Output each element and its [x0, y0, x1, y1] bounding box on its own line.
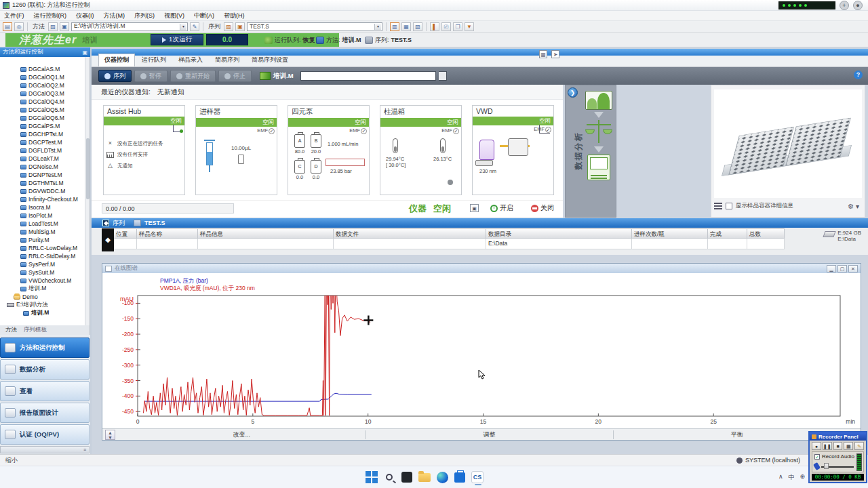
instrument-tab-0[interactable]: 仪器控制 — [98, 54, 135, 66]
reload-button[interactable]: ◎ — [14, 22, 24, 31]
sample-info-button[interactable]: ▦ — [401, 22, 411, 31]
method-tree-item[interactable]: DGTHMTst.M — [0, 179, 90, 187]
system-diagram-button[interactable]: ▤ — [3, 22, 12, 31]
zoom-out-label[interactable]: 缩小 — [5, 456, 18, 465]
nav-report-layout[interactable]: 报告版面设计 — [0, 403, 90, 423]
tree-scrollbar-thumb[interactable] — [86, 138, 90, 199]
method-tree-item[interactable]: DGNoise.M — [0, 163, 90, 171]
help-button[interactable]: ? — [854, 70, 863, 79]
save-method-button[interactable]: ▣ — [60, 22, 69, 31]
maximize-icon[interactable]: ▢ — [837, 265, 847, 272]
open-sequence-button[interactable]: ▨ — [224, 22, 233, 31]
microsoft-store-icon[interactable] — [453, 470, 467, 484]
method-tree-item[interactable]: IsoPlot.M — [0, 211, 90, 220]
pin-icon[interactable]: ▣ — [82, 49, 87, 56]
column-header[interactable]: 数据文件 — [334, 228, 486, 239]
tree-scrollbar[interactable] — [85, 57, 90, 325]
method-tree-item[interactable]: DGCalOQ3.M — [0, 89, 90, 98]
method-tree-item[interactable]: RRLC-StdDelay.M — [0, 252, 90, 260]
column-header[interactable]: 样品信息 — [198, 228, 334, 239]
menu-item[interactable]: 文件(F) — [4, 12, 24, 20]
menu-item[interactable]: 序列(S) — [134, 12, 155, 20]
collapse-chevron-icon[interactable]: ❯ — [568, 87, 578, 98]
stop-button[interactable]: 停止 — [218, 70, 252, 82]
instrument-off-button[interactable]: 关闭 — [531, 203, 554, 213]
column-header[interactable]: 进样次数/瓶 — [632, 228, 708, 239]
print-button[interactable]: ⎚ — [441, 22, 451, 31]
table-cell[interactable] — [632, 239, 708, 249]
table-cell[interactable] — [708, 239, 747, 249]
card-injector[interactable]: 进样器 空闲 EMF 10.00µL — [195, 105, 277, 195]
method-path-combo[interactable]: E:\培训\方法\培训.M ▾ — [71, 22, 188, 31]
search-icon[interactable] — [382, 470, 396, 484]
table-cell[interactable] — [137, 239, 198, 249]
current-sequence-status[interactable]: 序列: TEST.S — [365, 35, 412, 45]
method-tree-item[interactable]: DGCPTest.M — [0, 138, 90, 146]
column-header[interactable]: 总数 — [747, 228, 785, 239]
pause-button[interactable]: 暂停 — [134, 70, 167, 82]
annotate-pen-button[interactable]: ✎ — [854, 442, 864, 450]
volume-slider-thumb[interactable] — [824, 463, 829, 469]
menu-item[interactable]: 中断(A) — [194, 12, 214, 20]
volume-slider[interactable] — [814, 463, 855, 470]
method-tree-item[interactable]: SysSuit.M — [0, 268, 90, 277]
filter-icon[interactable]: ▦ — [539, 50, 547, 58]
open-method-button[interactable]: ▨ — [48, 22, 58, 31]
balance-button[interactable]: ▧ — [413, 22, 422, 31]
close-icon[interactable]: ✕ — [848, 265, 858, 272]
instrument-tab-3[interactable]: 简易序列 — [210, 54, 245, 66]
copy-button[interactable]: ❐ — [453, 22, 462, 31]
instrument-tab-2[interactable]: 样品录入 — [173, 54, 208, 66]
method-tree-item[interactable]: SysPerf.M — [0, 260, 90, 268]
column-header[interactable]: 数据目录 — [486, 228, 632, 239]
method-tree-item[interactable]: 培训.M — [0, 309, 90, 317]
sequence-combo[interactable]: TEST.S ▾ — [247, 22, 382, 31]
adjust-button[interactable]: 调整 — [365, 430, 612, 439]
stop-button[interactable]: ■ — [833, 442, 843, 450]
tray-chevron-icon[interactable]: ∧ — [778, 473, 783, 482]
current-method-status[interactable]: 方法: 培训.M — [316, 35, 361, 45]
record-audio-checkbox[interactable]: ✓ — [814, 454, 820, 460]
run-queue-status[interactable]: 运行队列: 恢复 — [264, 35, 315, 45]
table-cell[interactable] — [114, 239, 137, 249]
mixer-button[interactable]: ▦ — [844, 442, 853, 450]
row-marker-cell[interactable]: ◆ — [102, 228, 114, 251]
nav-method-run-control[interactable]: 方法和运行控制 — [0, 338, 90, 358]
start-sequence-button[interactable]: 序列 — [98, 70, 132, 82]
combo-dropdown-icon[interactable]: ▾ — [374, 24, 381, 30]
show-details-checkbox[interactable] — [726, 203, 732, 209]
table-cell[interactable]: E:\Data — [486, 239, 632, 249]
tab-sequence-templates[interactable]: 序列模板 — [24, 326, 47, 334]
record-button[interactable]: ● — [812, 442, 821, 450]
detail-toggle-icon[interactable]: ▣ — [470, 204, 479, 212]
method-tree-item[interactable]: 培训.M — [0, 285, 90, 293]
single-run-button[interactable]: 1次运行 — [151, 34, 203, 45]
input-grip[interactable] — [439, 71, 447, 81]
plot-window-titlebar[interactable]: 在线图谱 ▁ ▢ ✕ — [102, 264, 861, 273]
scale-spinner[interactable]: ▲▼ — [105, 430, 115, 440]
comment-input[interactable] — [300, 71, 436, 81]
column-header[interactable]: 位置 — [114, 228, 137, 239]
restart-button[interactable]: 重新开始 — [170, 70, 216, 82]
method-tree-item[interactable]: DGCalOQ5.M — [0, 106, 90, 114]
well-plate-left[interactable] — [728, 127, 794, 175]
pin-icon[interactable]: ➤ — [551, 50, 559, 58]
nav-pane-footer[interactable]: ≡ — [0, 446, 90, 453]
method-tree-item[interactable]: DGCHPTst.M — [0, 130, 90, 138]
table-cell[interactable] — [747, 239, 785, 249]
change-button[interactable]: 改变... — [118, 430, 365, 439]
data-analysis-band[interactable]: ❯ 数据分析 — [565, 85, 616, 218]
minimize-icon[interactable]: ▁ — [827, 265, 836, 272]
instrument-tab-4[interactable]: 简易序列设置 — [246, 54, 294, 66]
tab-methods[interactable]: 方法 — [5, 326, 17, 334]
nav-verification[interactable]: 认证 (OQ/PV) — [0, 424, 90, 445]
method-tree-item[interactable]: DGCalOQ1.M — [0, 73, 90, 81]
method-tree-item[interactable]: Demo — [0, 293, 90, 301]
method-tree-item[interactable]: DGCalOQ2.M — [0, 81, 90, 89]
combo-dropdown-icon[interactable]: ▾ — [180, 24, 186, 30]
method-tree-item[interactable]: DGCalPS.M — [0, 122, 90, 130]
edge-browser-icon[interactable] — [435, 470, 449, 484]
overlay-target-icon[interactable]: + — [840, 1, 849, 10]
ime-icon[interactable]: 中 — [789, 473, 795, 482]
recorder-titlebar[interactable]: Recorder Panel — [810, 432, 866, 441]
